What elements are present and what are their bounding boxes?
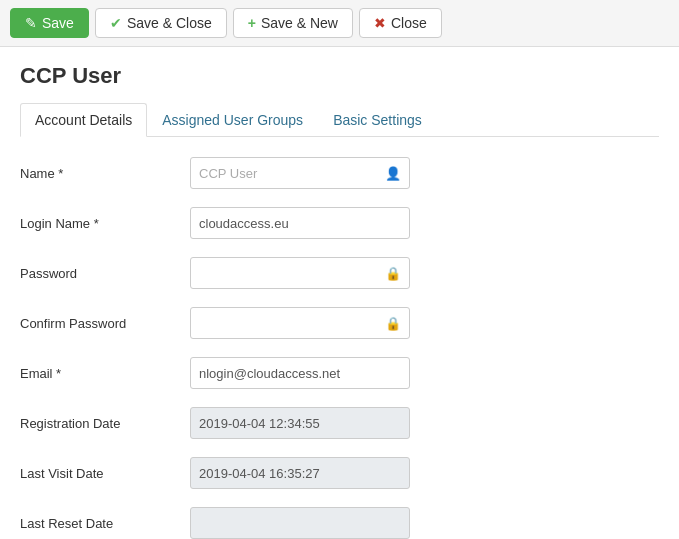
login-name-input[interactable] [199,216,381,231]
last-reset-date-field-wrapper [190,507,410,539]
tabs-bar: Account Details Assigned User Groups Bas… [20,103,659,137]
last-reset-date-label: Last Reset Date [20,516,190,531]
password-icon: 🔒 [385,266,401,281]
email-row: Email * [20,357,659,389]
page-title: CCP User [20,63,659,89]
last-reset-date-input [199,516,381,531]
email-input[interactable] [199,366,381,381]
last-visit-date-field-wrapper [190,457,410,489]
registration-date-row: Registration Date [20,407,659,439]
tab-account-details[interactable]: Account Details [20,103,147,137]
registration-date-label: Registration Date [20,416,190,431]
registration-date-field-wrapper [190,407,410,439]
last-visit-date-label: Last Visit Date [20,466,190,481]
login-name-label: Login Name * [20,216,190,231]
password-row: Password 🔒 [20,257,659,289]
save-button[interactable]: ✎ Save [10,8,89,38]
name-input[interactable] [199,166,381,181]
password-input[interactable] [199,266,381,281]
save-close-button[interactable]: ✔ Save & Close [95,8,227,38]
name-row: Name * 👤 [20,157,659,189]
user-icon: 👤 [385,166,401,181]
tab-basic-settings[interactable]: Basic Settings [318,103,437,137]
last-visit-date-input [199,466,381,481]
login-name-field-wrapper [190,207,410,239]
close-icon: ✖ [374,15,386,31]
confirm-password-row: Confirm Password 🔒 [20,307,659,339]
last-visit-date-row: Last Visit Date [20,457,659,489]
tab-assigned-user-groups[interactable]: Assigned User Groups [147,103,318,137]
login-name-row: Login Name * [20,207,659,239]
confirm-password-field-wrapper: 🔒 [190,307,410,339]
save-new-button[interactable]: + Save & New [233,8,353,38]
confirm-password-icon: 🔒 [385,316,401,331]
toolbar: ✎ Save ✔ Save & Close + Save & New ✖ Clo… [0,0,679,47]
name-label: Name * [20,166,190,181]
account-details-form: Name * 👤 Login Name * Password 🔒 Confirm… [20,157,659,539]
last-reset-date-row: Last Reset Date [20,507,659,539]
save-icon: ✎ [25,15,37,31]
registration-date-input [199,416,381,431]
name-field-wrapper: 👤 [190,157,410,189]
password-field-wrapper: 🔒 [190,257,410,289]
confirm-password-input[interactable] [199,316,381,331]
plus-icon: + [248,15,256,31]
check-icon: ✔ [110,15,122,31]
page-content: CCP User Account Details Assigned User G… [0,47,679,539]
confirm-password-label: Confirm Password [20,316,190,331]
email-field-wrapper [190,357,410,389]
password-label: Password [20,266,190,281]
close-button[interactable]: ✖ Close [359,8,442,38]
email-label: Email * [20,366,190,381]
